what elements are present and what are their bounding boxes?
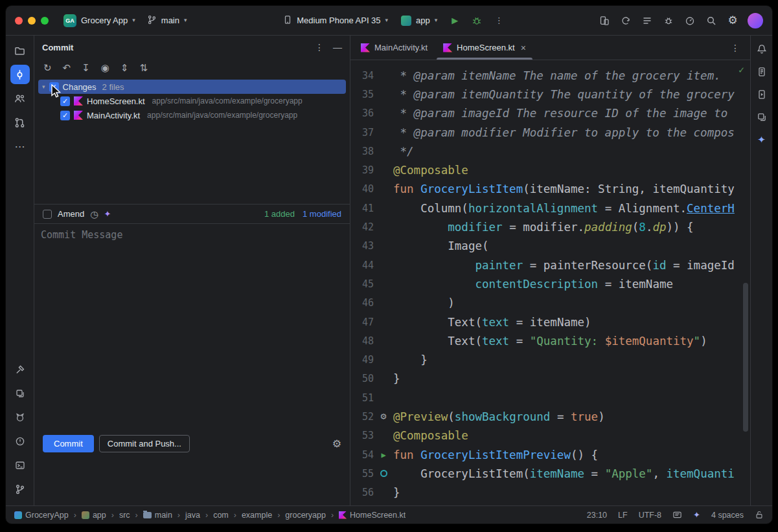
reader-mode-icon[interactable] [672, 510, 682, 520]
changes-checkbox[interactable]: ✓ [49, 82, 59, 92]
code-line[interactable]: 49 } [350, 350, 750, 369]
people-icon[interactable] [10, 89, 30, 108]
refresh-icon[interactable]: ↻ [43, 62, 52, 74]
history-icon[interactable]: ◷ [90, 210, 98, 219]
search-icon[interactable] [702, 12, 720, 30]
file-checkbox[interactable]: ✓ [60, 96, 70, 106]
settings-icon[interactable]: ⚙ [724, 12, 742, 30]
branch-selector[interactable]: main ▾ [143, 12, 192, 29]
gemini-icon[interactable]: ✦ [753, 131, 770, 148]
code-line[interactable]: 45 contentDescription = itemName [350, 274, 750, 293]
device-selector[interactable]: Medium Phone API 35 ▾ [279, 12, 393, 29]
code-line[interactable]: 40fun GroceryListItem(itemName: String, … [350, 180, 750, 199]
code-line[interactable]: 36 * @param imageId The resource ID of t… [350, 104, 750, 123]
breadcrumb-item[interactable]: main [143, 511, 172, 520]
code-line[interactable]: 43 Image( [350, 237, 750, 256]
fullscreen-window-button[interactable] [41, 17, 49, 25]
hide-panel-icon[interactable]: — [333, 42, 342, 52]
file-checkbox[interactable]: ✓ [60, 111, 70, 120]
notifications-icon[interactable] [753, 41, 770, 58]
code-line[interactable]: 42 modifier = modifier.padding(8.dp)) { [350, 217, 750, 236]
file-row[interactable]: ✓ HomeScreen.kt app/src/main/java/com/ex… [38, 94, 346, 108]
code-line[interactable]: 35 * @param itemQuantity The quantity of… [350, 85, 750, 104]
line-separator[interactable]: LF [618, 511, 628, 520]
lock-icon[interactable] [755, 510, 764, 520]
shelve-icon[interactable]: ↧ [82, 62, 90, 74]
rollback-icon[interactable]: ↶ [63, 62, 71, 74]
ai-commit-message-icon[interactable]: ✦ [104, 210, 111, 218]
code-line[interactable]: 54▶fun GroceryListItemPreview() { [350, 445, 750, 464]
pull-requests-icon[interactable] [10, 113, 30, 132]
terminal-icon[interactable] [10, 456, 30, 475]
breadcrumb-item[interactable]: HomeScreen.kt [339, 511, 406, 520]
avatar[interactable] [748, 13, 763, 28]
collapse-all-icon[interactable]: ⇅ [139, 62, 148, 74]
gutter[interactable]: ⚙ [374, 412, 393, 421]
compose-preview-icon[interactable] [380, 470, 387, 477]
caret-position[interactable]: 23:10 [587, 511, 607, 520]
indent-setting[interactable]: 4 spaces [711, 511, 744, 520]
code-line[interactable]: 55 GroceryListItem(itemName = "Apple", i… [350, 464, 750, 483]
code-line[interactable]: 46 ) [350, 294, 750, 313]
commit-message-input[interactable] [41, 229, 343, 376]
breadcrumb-item[interactable]: com [213, 511, 229, 520]
run-preview-icon[interactable]: ▶ [381, 451, 385, 459]
run-button[interactable]: ▶ [446, 12, 464, 30]
commit-tool-icon[interactable] [10, 65, 30, 84]
file-row[interactable]: ✓ MainActivity.kt app/src/main/java/com/… [38, 108, 346, 122]
device-manager-icon[interactable] [10, 384, 30, 403]
chevron-down-icon[interactable]: ▾ [42, 84, 45, 90]
project-selector[interactable]: GA Grocery App ▾ [59, 12, 140, 30]
panel-options-icon[interactable]: ⋮ [315, 42, 324, 52]
close-tab-icon[interactable]: × [521, 43, 526, 53]
amend-checkbox[interactable] [43, 210, 52, 219]
changes-root-row[interactable]: ▾ ✓ Changes 2 files [38, 80, 346, 94]
code-line[interactable]: 39@Composable [350, 161, 750, 179]
problems-icon[interactable] [10, 432, 30, 451]
device-explorer-icon[interactable] [753, 63, 770, 80]
preview-settings-icon[interactable]: ⚙ [380, 412, 386, 421]
more-actions-icon[interactable]: ⋮ [490, 12, 508, 30]
code-line[interactable]: 51 [350, 388, 750, 407]
ai-status-icon[interactable]: ✦ [693, 510, 700, 520]
expand-all-icon[interactable]: ⇕ [120, 62, 129, 74]
run-config-selector[interactable]: app ▾ [396, 13, 442, 28]
code-line[interactable]: 47 Text(text = itemName) [350, 313, 750, 331]
code-line[interactable]: 34 * @param itemName The name of the gro… [350, 66, 750, 85]
tab-mainactivity[interactable]: MainActivity.kt [353, 36, 435, 60]
code-line[interactable]: 44 painter = painterResource(id = imageI… [350, 256, 750, 274]
tab-homescreen[interactable]: HomeScreen.kt × [435, 36, 534, 60]
breadcrumb-item[interactable]: GroceryApp [14, 511, 69, 520]
inspections-ok-icon[interactable]: ✓ [738, 64, 744, 76]
code-line[interactable]: 53@Composable [350, 427, 750, 445]
profiler-icon[interactable] [681, 12, 699, 30]
commit-and-push-button[interactable]: Commit and Push... [99, 435, 190, 452]
project-tool-icon[interactable] [10, 41, 30, 60]
code-editor[interactable]: 34 * @param itemName The name of the gro… [350, 60, 750, 505]
layers-icon[interactable] [753, 109, 770, 126]
tab-options-icon[interactable]: ⋮ [720, 36, 750, 60]
breadcrumb-item[interactable]: java [185, 511, 200, 520]
close-window-button[interactable] [15, 17, 23, 25]
device-mirroring-icon[interactable] [595, 12, 613, 30]
added-count-link[interactable]: 1 added [264, 209, 295, 219]
commit-button[interactable]: Commit [43, 435, 94, 452]
gradle-sync-icon[interactable] [617, 12, 635, 30]
breadcrumb-item[interactable]: groceryapp [285, 511, 326, 520]
version-control-icon[interactable] [10, 480, 30, 499]
gutter[interactable]: ▶ [374, 451, 393, 459]
build-icon[interactable] [10, 360, 30, 379]
app-inspection-icon[interactable] [659, 12, 678, 30]
breadcrumb-item[interactable]: example [242, 511, 272, 520]
title-bar[interactable]: GA Grocery App ▾ main ▾ Medium Phone API… [6, 6, 772, 36]
breadcrumb-item[interactable]: src [119, 511, 130, 520]
gutter[interactable] [374, 470, 393, 477]
build-variants-icon[interactable] [638, 12, 656, 30]
file-encoding[interactable]: UTF-8 [639, 511, 661, 520]
diff-preview-icon[interactable]: ◉ [101, 62, 109, 74]
breadcrumb-item[interactable]: app [82, 511, 106, 520]
running-devices-icon[interactable] [753, 86, 770, 103]
minimize-window-button[interactable] [28, 17, 36, 25]
code-line[interactable]: 50} [350, 370, 750, 388]
editor-scrollbar[interactable] [743, 283, 748, 432]
